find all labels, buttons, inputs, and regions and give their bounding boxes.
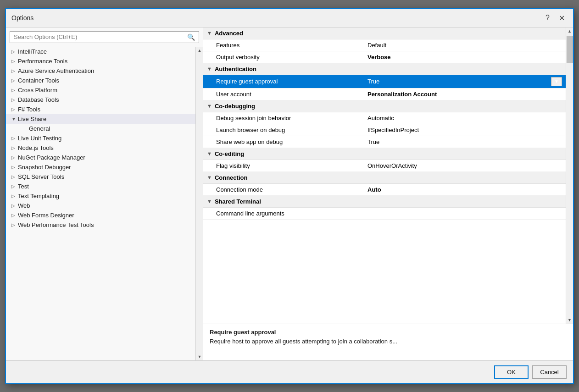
left-tree-area: ▷IntelliTrace▷Performance Tools▷Azure Se… bbox=[6, 47, 203, 360]
tree-arrow-intellitrace: ▷ bbox=[11, 49, 18, 54]
setting-row-connection-0[interactable]: Connection modeAuto bbox=[203, 184, 566, 196]
tree-arrow-sql-server-tools: ▷ bbox=[11, 174, 18, 179]
tree-label-nuget-package-manager: NuGet Package Manager bbox=[18, 154, 192, 161]
tree-item-nuget-package-manager[interactable]: ▷NuGet Package Manager bbox=[6, 153, 195, 162]
setting-name-connection-0: Connection mode bbox=[216, 186, 367, 193]
setting-row-co-debugging-2[interactable]: Share web app on debugTrue bbox=[203, 136, 566, 148]
description-title: Require guest approval bbox=[210, 329, 567, 336]
tree-item-test[interactable]: ▷Test bbox=[6, 182, 195, 191]
setting-value-authentication-1: Personalization Account bbox=[367, 91, 562, 98]
tree-item-snapshot-debugger[interactable]: ▷Snapshot Debugger bbox=[6, 162, 195, 172]
setting-name-shared-terminal-0: Command line arguments bbox=[216, 210, 367, 217]
scroll-down-arrow[interactable]: ▼ bbox=[196, 353, 203, 360]
tree-arrow-web: ▷ bbox=[11, 203, 18, 208]
section-title-shared-terminal: Shared Terminal bbox=[215, 198, 261, 205]
right-scroll-down[interactable]: ▼ bbox=[566, 316, 573, 324]
help-button[interactable]: ? bbox=[543, 13, 552, 23]
left-scrollbar: ▲ ▼ bbox=[195, 47, 203, 360]
tree-arrow-snapshot-debugger: ▷ bbox=[11, 165, 18, 170]
tree-arrow-nodejs-tools: ▷ bbox=[11, 145, 18, 150]
search-box[interactable]: 🔍 bbox=[10, 31, 199, 43]
tree-item-performance-tools[interactable]: ▷Performance Tools bbox=[6, 56, 195, 66]
setting-value-advanced-1: Verbose bbox=[367, 54, 562, 61]
tree-item-database-tools[interactable]: ▷Database Tools bbox=[6, 95, 195, 105]
right-scroll-thumb[interactable] bbox=[567, 36, 573, 63]
tree-item-text-templating[interactable]: ▷Text Templating bbox=[6, 191, 195, 201]
title-bar-controls: ? ✕ bbox=[543, 13, 568, 23]
dropdown-button-authentication-0[interactable]: ▼ bbox=[551, 77, 562, 86]
tree-label-test: Test bbox=[18, 183, 192, 190]
tree-item-sql-server-tools[interactable]: ▷SQL Server Tools bbox=[6, 172, 195, 182]
ok-button[interactable]: OK bbox=[494, 365, 529, 379]
setting-value-connection-0: Auto bbox=[367, 186, 562, 193]
setting-name-co-debugging-2: Share web app on debug bbox=[216, 138, 367, 145]
section-title-co-debugging: Co-debugging bbox=[215, 103, 255, 110]
search-input[interactable] bbox=[14, 33, 187, 40]
tree-label-snapshot-debugger: Snapshot Debugger bbox=[18, 164, 192, 171]
tree-label-cross-platform: Cross Platform bbox=[18, 87, 192, 94]
tree-arrow-text-templating: ▷ bbox=[11, 193, 18, 199]
tree-label-fsharp-tools: F# Tools bbox=[18, 106, 192, 113]
tree-item-web-forms-designer[interactable]: ▷Web Forms Designer bbox=[6, 210, 195, 220]
setting-row-co-debugging-0[interactable]: Debug session join behaviorAutomatic bbox=[203, 112, 566, 124]
tree-item-cross-platform[interactable]: ▷Cross Platform bbox=[6, 85, 195, 95]
setting-row-co-debugging-1[interactable]: Launch browser on debugIfSpecifiedInProj… bbox=[203, 124, 566, 136]
settings-table: ▼AdvancedFeaturesDefaultOutput verbosity… bbox=[203, 28, 566, 324]
tree-arrow-performance-tools: ▷ bbox=[11, 59, 18, 64]
setting-row-co-editing-0[interactable]: Flag visibilityOnHoverOrActivity bbox=[203, 160, 566, 172]
tree-arrow-test: ▷ bbox=[11, 184, 18, 189]
tree-item-web-performance-test-tools[interactable]: ▷Web Performance Test Tools bbox=[6, 220, 195, 230]
tree-item-container-tools[interactable]: ▷Container Tools bbox=[6, 76, 195, 85]
tree-arrow-live-share: ▼ bbox=[11, 116, 18, 121]
tree-item-live-unit-testing[interactable]: ▷Live Unit Testing bbox=[6, 133, 195, 143]
tree-label-live-unit-testing: Live Unit Testing bbox=[18, 135, 192, 142]
tree-arrow-azure-service-auth: ▷ bbox=[11, 68, 18, 73]
section-header-connection[interactable]: ▼Connection bbox=[203, 172, 566, 184]
tree-arrow-cross-platform: ▷ bbox=[11, 88, 18, 93]
dialog-footer: OK Cancel bbox=[6, 360, 573, 383]
right-scrollbar: ▲ ▼ bbox=[566, 28, 573, 324]
description-panel: Require guest approval Require host to a… bbox=[203, 324, 573, 360]
setting-row-authentication-0[interactable]: Require guest approvalTrue▼ bbox=[203, 75, 566, 88]
section-header-shared-terminal[interactable]: ▼Shared Terminal bbox=[203, 196, 566, 208]
tree-arrow-web-forms-designer: ▷ bbox=[11, 213, 18, 218]
section-header-advanced[interactable]: ▼Advanced bbox=[203, 28, 566, 39]
setting-row-shared-terminal-0[interactable]: Command line arguments bbox=[203, 208, 566, 220]
section-header-co-debugging[interactable]: ▼Co-debugging bbox=[203, 100, 566, 112]
tree-label-web: Web bbox=[18, 202, 192, 209]
setting-row-authentication-1[interactable]: User accountPersonalization Account bbox=[203, 88, 566, 100]
tree-label-web-forms-designer: Web Forms Designer bbox=[18, 212, 192, 219]
options-dialog: Options ? ✕ 🔍 ▷IntelliTrace▷Performance … bbox=[5, 8, 574, 384]
setting-row-advanced-1[interactable]: Output verbosityVerbose bbox=[203, 51, 566, 63]
section-arrow-advanced: ▼ bbox=[207, 30, 212, 36]
close-button[interactable]: ✕ bbox=[556, 13, 568, 23]
dialog-body: 🔍 ▷IntelliTrace▷Performance Tools▷Azure … bbox=[6, 28, 573, 360]
section-header-co-editing[interactable]: ▼Co-editing bbox=[203, 148, 566, 160]
tree-item-azure-service-auth[interactable]: ▷Azure Service Authentication bbox=[6, 66, 195, 76]
setting-name-co-debugging-0: Debug session join behavior bbox=[216, 115, 367, 121]
scroll-up-arrow[interactable]: ▲ bbox=[196, 47, 203, 54]
tree-label-azure-service-auth: Azure Service Authentication bbox=[18, 67, 192, 74]
tree-item-live-share-general[interactable]: General bbox=[6, 124, 195, 133]
tree-item-nodejs-tools[interactable]: ▷Node.js Tools bbox=[6, 143, 195, 153]
tree-item-fsharp-tools[interactable]: ▷F# Tools bbox=[6, 105, 195, 114]
tree-item-live-share[interactable]: ▼Live Share bbox=[6, 114, 195, 124]
setting-name-co-editing-0: Flag visibility bbox=[216, 162, 367, 169]
tree-arrow-container-tools: ▷ bbox=[11, 78, 18, 83]
setting-name-advanced-0: Features bbox=[216, 42, 367, 49]
tree-item-web[interactable]: ▷Web bbox=[6, 201, 195, 210]
tree-arrow-database-tools: ▷ bbox=[11, 97, 18, 102]
section-arrow-authentication: ▼ bbox=[207, 66, 212, 72]
section-header-authentication[interactable]: ▼Authentication bbox=[203, 63, 566, 75]
search-icon: 🔍 bbox=[187, 33, 195, 41]
tree-list: ▷IntelliTrace▷Performance Tools▷Azure Se… bbox=[6, 47, 195, 360]
setting-value-co-debugging-0: Automatic bbox=[367, 115, 562, 121]
setting-value-advanced-0: Default bbox=[367, 42, 562, 49]
tree-label-text-templating: Text Templating bbox=[18, 193, 192, 199]
setting-name-co-debugging-1: Launch browser on debug bbox=[216, 127, 367, 133]
cancel-button[interactable]: Cancel bbox=[532, 365, 567, 379]
tree-label-database-tools: Database Tools bbox=[18, 96, 192, 103]
right-scroll-up[interactable]: ▲ bbox=[566, 28, 573, 35]
setting-row-advanced-0[interactable]: FeaturesDefault bbox=[203, 39, 566, 51]
tree-item-intellitrace[interactable]: ▷IntelliTrace bbox=[6, 47, 195, 56]
